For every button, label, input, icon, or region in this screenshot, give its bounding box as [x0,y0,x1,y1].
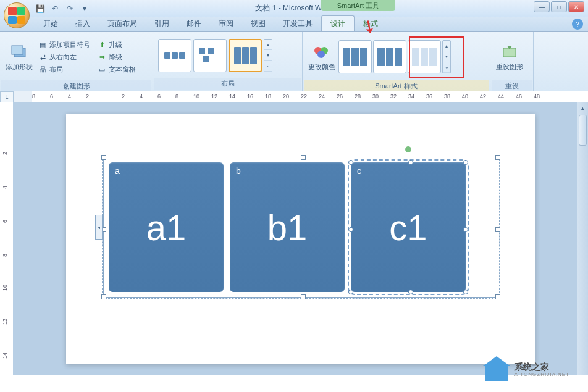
box-label: a [115,166,120,176]
tab-page-layout[interactable]: 页面布局 [99,16,146,31]
style-option-3[interactable] [408,40,441,73]
tab-review[interactable]: 审阅 [210,16,242,31]
group-label-styles: SmartArt 样式 [304,80,489,92]
save-icon[interactable]: 💾 [35,3,46,14]
rtl-icon: ⇄ [38,52,47,61]
reset-icon [500,42,519,62]
page[interactable]: ◂ ▶aa1▶bb1cc1 [66,114,536,364]
demote-button[interactable]: ➡降级 [95,51,138,63]
group-label-reset: 重设 [492,80,532,92]
group-label-create: 创建图形 [1,80,151,92]
smartart-box-0[interactable]: aa1 [109,162,224,292]
tab-design[interactable]: 设计 [321,15,355,31]
add-shape-icon [9,42,29,62]
reset-graphic-button[interactable]: 重设图形 [495,35,524,79]
title-bar: 💾 ↶ ↷ ▾ 文档 1 - Microsoft Word SmartArt 工… [0,0,588,17]
text-pane-button[interactable]: ▭文本窗格 [95,64,138,75]
promote-button[interactable]: ⬆升级 [95,39,138,51]
add-shape-button[interactable]: 添加形状 [5,35,33,79]
scroll-up-icon[interactable]: ▴ [578,102,588,114]
svg-rect-2 [199,48,205,54]
tab-references[interactable]: 引用 [146,16,178,31]
text-pane-icon: ▭ [98,65,106,73]
svg-rect-4 [203,56,209,62]
office-button[interactable] [4,2,30,28]
smartart-box-2[interactable]: cc1 [351,162,466,292]
ribbon-tabs: 开始 插入 页面布局 引用 邮件 审阅 视图 开发工具 设计 格式 ? [0,17,588,32]
style-gallery-scroll[interactable]: ▴▾⌄ [442,40,451,73]
tab-view[interactable]: 视图 [242,16,274,31]
horizontal-ruler[interactable]: L 86422468101214161820222426283032343638… [0,91,588,102]
close-button[interactable]: ✕ [568,1,584,12]
help-button[interactable]: ? [572,19,583,30]
smartart-graphic[interactable]: ◂ ▶aa1▶bb1cc1 [103,157,498,298]
layout-option-2[interactable] [193,39,227,72]
promote-icon: ⬆ [98,40,106,49]
smartart-box-1[interactable]: bb1 [230,162,345,292]
ruler-corner[interactable]: L [0,91,14,102]
vertical-scrollbar[interactable]: ▴ [577,102,588,375]
box-label: b [236,166,241,176]
layout-option-1[interactable] [158,39,191,72]
box-main-text[interactable]: b1 [267,207,308,248]
change-colors-button[interactable]: 更改颜色 [308,35,336,79]
quick-access-toolbar: 💾 ↶ ↷ ▾ [35,3,90,14]
box-main-text[interactable]: c1 [389,207,427,248]
style-gallery: ▴▾⌄ [338,40,451,73]
svg-rect-1 [12,46,23,54]
style-option-2[interactable] [373,40,406,73]
tab-mailings[interactable]: 邮件 [178,16,210,31]
change-colors-icon [312,42,332,62]
watermark: 系统之家 XITONGZHIJIA.NET [484,359,569,381]
layout-option-3[interactable] [229,39,262,72]
add-bullet-button[interactable]: ▤添加项目符号 [36,39,93,51]
undo-icon[interactable]: ↶ [49,3,61,14]
document-area: 2468101214 ◂ ▶aa1▶bb1cc1 ▴ [0,102,588,375]
tab-insert[interactable]: 插入 [67,16,99,31]
demote-icon: ➡ [98,52,106,61]
vertical-ruler[interactable]: 2468101214 [0,102,14,375]
svg-point-7 [317,51,325,58]
style-option-1[interactable] [338,40,372,73]
layout-gallery: ▴▾⌄ [158,39,272,72]
tab-developer[interactable]: 开发工具 [274,16,321,31]
rotate-handle[interactable] [405,146,411,152]
group-label-layouts: 布局 [154,78,301,90]
ribbon: 添加形状 ▤添加项目符号 ⇄从右向左 品布局 ⬆升级 ➡降级 ▭文本窗格 创建图… [0,32,588,91]
rtl-button[interactable]: ⇄从右向左 [36,51,93,63]
svg-rect-8 [503,48,516,57]
tab-format[interactable]: 格式 [355,16,387,31]
qat-dropdown-icon[interactable]: ▾ [79,3,90,14]
bullet-icon: ▤ [38,40,47,49]
tab-home[interactable]: 开始 [35,16,67,31]
scroll-thumb[interactable] [579,115,587,146]
maximize-button[interactable]: □ [551,1,567,12]
box-main-text[interactable]: a1 [146,207,187,248]
watermark-icon [484,359,510,381]
text-pane-toggle[interactable]: ◂ [95,215,103,240]
layout-icon: 品 [38,65,47,73]
redo-icon[interactable]: ↷ [64,3,75,14]
layout-gallery-scroll[interactable]: ▴▾⌄ [264,39,272,72]
contextual-tool-label: SmartArt 工具 [321,0,395,11]
minimize-button[interactable]: — [534,1,550,12]
layout-button[interactable]: 品布局 [36,64,93,75]
box-label: c [357,166,361,176]
svg-rect-3 [208,48,214,54]
